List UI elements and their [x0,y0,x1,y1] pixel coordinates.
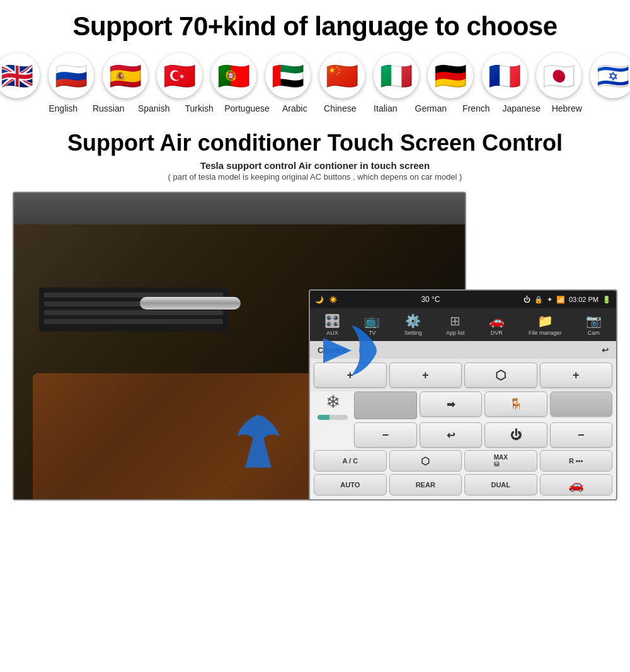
seat-control[interactable]: 🪑 [484,391,547,417]
back-icon[interactable]: ↩ [602,345,609,355]
r-btn-label: R ▪▪▪ [569,457,583,465]
ac-controls-row: A / C ⬡ MAX⛁ R ▪▪▪ [310,450,616,474]
menu-cam[interactable]: 📷 Cam [586,313,602,336]
defrost-icon: ⬡ [421,455,430,467]
lang-name-german: German [408,103,454,113]
menu-applist[interactable]: ⊞ App list [446,313,465,336]
max-heat-label: MAX⛁ [494,454,508,468]
lang-name-portuguese: Portuguese [222,103,272,113]
arrow-down [227,410,290,475]
rear-label: REAR [416,481,435,489]
dvr-label: DVR [491,330,503,336]
flag-item-japanese: 🇯🇵 [536,53,581,98]
defrost-screen-btn[interactable]: ⬡ [389,450,462,472]
airflow-forward-btn[interactable]: ➡ [420,391,483,417]
flag-circle-spanish: 🇪🇸 [103,53,148,98]
fan-plus-btn[interactable]: + [389,362,462,388]
ac-note: ( part of tesla model is keeping origina… [13,172,617,182]
topbar-right: ⏻ 🔒 ✦ 📶 03:02 PM 🔋 [524,296,611,304]
flag-circle-portuguese: 🇵🇹 [211,53,256,98]
power-btn[interactable]: ⏻ [484,422,547,448]
car-icon-btn[interactable]: 🚗 [540,474,613,495]
r-btn[interactable]: R ▪▪▪ [540,450,613,472]
topbar-left: 🌙 ☀️ [315,296,338,304]
applist-icon: ⊞ [450,313,461,328]
flag-item-hebrew: 🇮🇱 [590,53,630,98]
temp-right-plus-btn[interactable]: + [540,362,613,388]
defrost-btn[interactable]: ⬡ [464,362,537,388]
flag-item-english: 🇬🇧 [0,53,40,98]
vent-chrome-handle [140,297,241,310]
lang-name-hebrew: Hebrew [544,103,590,113]
vent-slats [39,287,228,332]
lock-icon: 🔒 [534,296,543,304]
flag-circle-french: 🇫🇷 [482,53,527,98]
fan-slider[interactable] [318,415,348,420]
lang-name-turkish: Turkish [176,103,222,113]
lang-name-arabic: Arabic [272,103,318,113]
flag-item-french: 🇫🇷 [482,53,527,98]
climate-middle-row2: − ↩ ⏻ − [310,422,616,450]
fan-icon: ❄ [326,391,340,412]
language-section: Support 70+kind of language to choose 🇬🇧… [0,0,630,120]
lang-name-russian: Russian [86,103,131,113]
fan-control: ❄ [314,391,352,420]
cam-icon: 📷 [586,313,602,328]
flag-circle-arabic: 🇦🇪 [265,53,311,98]
filemanager-icon: 📁 [537,313,553,328]
lang-name-spanish: Spanish [131,103,176,113]
vent-slat-4 [44,319,223,324]
flag-circle-hebrew: 🇮🇱 [590,53,630,98]
lang-name-french: French [454,103,499,113]
vent-slat-3 [44,310,223,315]
lang-name-english: English [40,103,86,113]
applist-label: App list [446,330,465,336]
temp-left-minus-btn[interactable]: − [354,422,417,448]
flag-item-chinese: 🇨🇳 [319,53,365,98]
ac-btn[interactable]: A / C [314,450,387,472]
climate-middle-row: ❄ ➡ 🪑 [310,391,616,422]
lang-name-chinese: Chinese [318,103,363,113]
car-icon: 🚗 [568,477,584,492]
flag-item-italian: 🇮🇹 [374,53,419,98]
flag-item-russian: 🇷🇺 [49,53,94,98]
max-heat-btn[interactable]: MAX⛁ [464,450,537,472]
temp-right-minus-btn[interactable]: − [550,422,613,448]
setting-label: Setting [404,330,422,336]
bottom-controls-row: AUTO REAR DUAL 🚗 [310,474,616,499]
flag-circle-german: 🇩🇪 [428,53,473,98]
ac-content: 🌙 ☀️ 30 °C ⏻ 🔒 ✦ 📶 03:02 PM 🔋 🎛️ AUX [13,192,617,501]
fan-spacer [314,422,352,448]
flag-circle-japanese: 🇯🇵 [536,53,581,98]
flag-item-arabic: 🇦🇪 [265,53,311,98]
menu-dvr[interactable]: 🚗 DVR [489,313,505,336]
flag-row: 🇬🇧🇷🇺🇪🇸🇹🇷🇵🇹🇦🇪🇨🇳🇮🇹🇩🇪🇫🇷🇯🇵🇮🇱 [6,53,624,98]
temp-display [354,391,417,419]
ac-section: Support Air conditioner Touch Screen Con… [0,120,630,507]
menu-setting[interactable]: ⚙️ Setting [404,313,422,336]
auto-label: AUTO [340,481,360,489]
lang-name-japanese: Japanese [499,103,544,113]
wifi-icon: 📶 [556,296,565,304]
power-icon: ⏻ [524,296,530,303]
moon-icon: 🌙 [315,296,324,304]
brightness-icon: ☀️ [329,296,338,304]
lang-name-italian: Italian [363,103,408,113]
flag-circle-russian: 🇷🇺 [49,53,94,98]
ac-btn-label: A / C [342,457,358,465]
recirculate-btn[interactable]: ↩ [420,422,483,448]
page-title: Support 70+kind of language to choose [6,11,624,42]
dual-label: DUAL [491,481,510,489]
flag-item-portuguese: 🇵🇹 [211,53,256,98]
climate-topbar: 🌙 ☀️ 30 °C ⏻ 🔒 ✦ 📶 03:02 PM 🔋 [310,291,616,308]
right-empty-btn [550,391,613,417]
rear-btn[interactable]: REAR [389,474,462,495]
dual-btn[interactable]: DUAL [464,474,537,495]
flag-circle-chinese: 🇨🇳 [319,53,365,98]
menu-filemanager[interactable]: 📁 File manager [529,313,562,336]
battery-icon: 🔋 [602,296,611,304]
auto-btn[interactable]: AUTO [314,474,387,495]
flag-circle-english: 🇬🇧 [0,53,40,98]
topbar-temp: 30 °C [421,295,440,304]
setting-icon: ⚙️ [405,313,421,328]
